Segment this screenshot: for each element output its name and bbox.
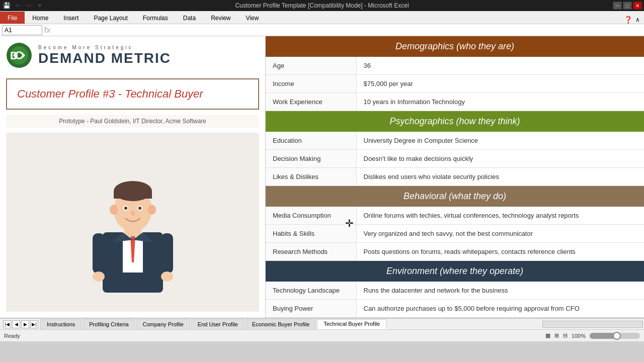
tab-review[interactable]: Review [203, 12, 238, 24]
restore-btn[interactable]: □ [623, 2, 632, 10]
svg-point-22 [93, 272, 105, 282]
ribbon-collapse-icon[interactable]: ∧ [635, 16, 640, 23]
svg-text:D: D [10, 49, 18, 62]
zoom-slider-thumb[interactable] [613, 332, 621, 340]
sheet-area: D Become More Strategic DEMAND METRIC Cu… [0, 36, 644, 318]
prototype-text: Prototype - Paul Goldstein, I/T Director… [6, 115, 259, 128]
row-label: Habits & Skills [266, 225, 356, 243]
tab-page-layout[interactable]: Page Layout [86, 12, 135, 24]
row-value: Very organized and tech savvy, not the b… [356, 225, 644, 243]
sheet-tab-0[interactable]: Instructions [40, 319, 82, 329]
row-label: Decision Making [266, 150, 356, 168]
section-header-environment: Environment (where they operate) [266, 261, 644, 282]
row-value: Online forums with techies, virtual conf… [356, 207, 644, 225]
svg-rect-10 [114, 191, 152, 199]
zoom-slider-fill [590, 333, 615, 339]
profile-image-area [6, 133, 259, 312]
tab-nav-next[interactable]: ▶ [21, 320, 29, 328]
zoom-label: 100% [572, 333, 586, 339]
ribbon: File Home Insert Page Layout Formulas Da… [0, 11, 644, 24]
table-row: Research MethodsPosts questions on forum… [266, 243, 644, 261]
svg-point-13 [124, 207, 127, 210]
profile-title-box: Customer Profile #3 - Technical Buyer [6, 78, 259, 110]
view-layout-icon[interactable]: ⊞ [554, 332, 559, 339]
title-bar: 💾 ↩ ↪ ▼ Customer Profile Template [Compa… [0, 0, 644, 11]
name-box[interactable] [2, 25, 42, 35]
sheet-tab-5[interactable]: Technical Buyer Profile [317, 319, 386, 329]
title-bar-text: Customer Profile Template [Compatibility… [235, 2, 409, 9]
svg-point-17 [148, 205, 156, 215]
tab-home[interactable]: Home [25, 12, 56, 24]
tab-nav-last[interactable]: ▶| [30, 320, 38, 328]
table-row: Technology LandscapeRuns the datacenter … [266, 282, 644, 300]
sheet-tab-1[interactable]: Profiling Criteria [83, 319, 135, 329]
section-header-psychographics: Psychographics (how they think) [266, 111, 644, 132]
redo-icon[interactable]: ↪ [24, 1, 33, 10]
row-value: 10 years in Information Technology [356, 93, 644, 111]
help-icon[interactable]: ❓ [624, 16, 632, 24]
undo-icon[interactable]: ↩ [13, 1, 22, 10]
row-label: Age [266, 57, 356, 75]
row-label: Education [266, 132, 356, 150]
row-value: University Degree in Computer Science [356, 132, 644, 150]
minimize-btn[interactable]: ─ [613, 2, 622, 10]
sheet-tab-right [542, 321, 643, 328]
row-label: Likes & Dislikes [266, 168, 356, 186]
sheet-tab-3[interactable]: End User Profile [191, 319, 245, 329]
svg-point-16 [110, 205, 118, 215]
tab-formulas[interactable]: Formulas [135, 12, 176, 24]
table-row: Decision MakingDoesn't like to make deci… [266, 150, 644, 168]
left-panel: D Become More Strategic DEMAND METRIC Cu… [0, 36, 265, 318]
profile-title: Customer Profile #3 - Technical Buyer [17, 87, 248, 101]
tab-data[interactable]: Data [176, 12, 203, 24]
bottom-bar: |◀ ◀ ▶ ▶| InstructionsProfiling Criteria… [0, 318, 644, 341]
logo-name: DEMAND METRIC [38, 50, 171, 66]
status-ready: Ready [4, 333, 20, 339]
view-normal-icon[interactable]: ▦ [545, 332, 550, 339]
row-label: Technology Landscape [266, 282, 356, 300]
svg-rect-21 [161, 233, 173, 274]
logo-text: Become More Strategic DEMAND METRIC [38, 45, 171, 66]
sheet-tab-4[interactable]: Economic Buyer Profile [246, 319, 316, 329]
table-row: Age36 [266, 57, 644, 75]
profile-data-table: Demographics (who they are)Age36Income$7… [266, 36, 644, 318]
table-row: Buying PowerCan authorize purchases up t… [266, 300, 644, 318]
section-header-demographics: Demographics (who they are) [266, 36, 644, 57]
ribbon-tabs: File Home Insert Page Layout Formulas Da… [0, 11, 644, 24]
tab-nav-prev[interactable]: ◀ [12, 320, 20, 328]
logo-tagline: Become More Strategic [38, 45, 171, 50]
svg-point-15 [131, 211, 135, 216]
view-page-break-icon[interactable]: ⊟ [563, 332, 568, 339]
close-btn[interactable]: ✕ [633, 2, 642, 10]
formula-input[interactable] [52, 25, 642, 35]
svg-point-23 [161, 272, 173, 282]
sheet-tab-2[interactable]: Company Profile [136, 319, 190, 329]
demand-metric-logo-icon: D [6, 42, 32, 68]
horizontal-scrollbar[interactable] [542, 321, 643, 328]
row-label: Research Methods [266, 243, 356, 261]
row-label: Media Consumption [266, 207, 356, 225]
tab-file[interactable]: File [0, 12, 25, 24]
status-bar: Ready ▦ ⊞ ⊟ 100% [0, 329, 644, 341]
sheet-tabs-container: InstructionsProfiling CriteriaCompany Pr… [40, 319, 387, 329]
row-label: Work Experience [266, 93, 356, 111]
zoom-slider[interactable] [590, 333, 640, 339]
sheet-tabs-bar: |◀ ◀ ▶ ▶| InstructionsProfiling Criteria… [0, 318, 644, 329]
svg-rect-20 [93, 233, 105, 274]
title-bar-left: 💾 ↩ ↪ ▼ [2, 1, 44, 10]
tab-nav-first[interactable]: |◀ [3, 320, 11, 328]
customize-icon[interactable]: ▼ [35, 1, 44, 10]
save-icon[interactable]: 💾 [2, 1, 11, 10]
table-row: EducationUniversity Degree in Computer S… [266, 132, 644, 150]
tab-insert[interactable]: Insert [56, 12, 86, 24]
formula-bar: fx [0, 24, 644, 36]
row-value: Dislikes end users who violate security … [356, 168, 644, 186]
sheet-tab-nav: |◀ ◀ ▶ ▶| [1, 320, 40, 328]
tab-view[interactable]: View [238, 12, 267, 24]
formula-separator: fx [44, 26, 50, 35]
logo-area: D Become More Strategic DEMAND METRIC [6, 42, 259, 73]
cursor-icon: ✛ [345, 217, 354, 229]
table-row: Work Experience10 years in Information T… [266, 93, 644, 111]
section-header-behavioral: Behavioral (what they do) [266, 186, 644, 207]
svg-point-14 [138, 207, 141, 210]
